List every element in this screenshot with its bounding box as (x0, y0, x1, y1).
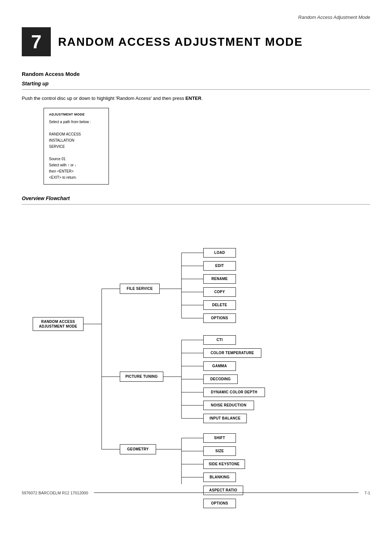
divider-2 (22, 204, 370, 204)
chapter-number: 7 (22, 27, 51, 56)
section-heading: Random Access Mode (22, 71, 370, 77)
adj-box-select: Select with ↑ or ↓ (49, 162, 103, 168)
node-color-temperature: COLOR TEMPERATURE (203, 348, 261, 358)
adj-box-line-1: RANDOM ACCESS (49, 131, 103, 137)
node-side-keystone: SIDE KEYSTONE (203, 459, 245, 469)
node-blanking: BLANKING (203, 473, 236, 482)
node-decoding: DECODING (203, 374, 238, 384)
intro-paragraph: Push the control disc up or down to high… (22, 95, 370, 102)
adj-box-line-0: Select a path from below : (49, 119, 103, 125)
subsection-starting-up: Starting up (22, 81, 370, 86)
node-file-service: FILE SERVICE (120, 284, 160, 294)
adj-box-spacer-1 (49, 125, 103, 131)
chapter-title: RANDOM ACCESS ADJUSTMENT MODE (58, 35, 303, 49)
flowchart-container: RANDOM ACCESSADJUSTMENT MODE FILE SERVIC… (22, 212, 370, 484)
node-options-fs: OPTIONS (203, 313, 236, 323)
page-footer: 5976072 BARCOELM R12 17012000 7-1 (22, 491, 370, 495)
node-picture-tuning: PICTURE TUNING (120, 372, 163, 382)
page-header: Random Access Adjustment Mode (22, 15, 370, 20)
node-cti: CTI (203, 335, 236, 345)
intro-bold: ENTER (185, 96, 201, 101)
adj-box-source: Source 01 (49, 156, 103, 162)
node-delete: DELETE (203, 300, 236, 310)
node-root: RANDOM ACCESSADJUSTMENT MODE (33, 317, 83, 331)
adj-box-line-2: INSTALLATION (49, 137, 103, 143)
adj-box-enter: then <ENTER> (49, 168, 103, 174)
adj-box-line-3: SERVICE (49, 143, 103, 150)
node-shift: SHIFT (203, 433, 236, 443)
node-copy: COPY (203, 287, 236, 297)
node-dynamic-color-depth: DYNAMIC COLOR DEPTH (203, 388, 265, 397)
chapter-heading: 7 RANDOM ACCESS ADJUSTMENT MODE (22, 27, 370, 56)
divider-1 (22, 89, 370, 90)
footer-line (94, 493, 359, 493)
node-geometry: GEOMETRY (120, 444, 156, 454)
adj-box-title: ADJUSTMENT MODE (49, 112, 103, 117)
adj-box-spacer-2 (49, 150, 103, 156)
intro-text: Push the control disc up or down to high… (22, 96, 184, 101)
node-load: LOAD (203, 248, 236, 258)
subsection-overview-flowchart: Overview Flowchart (22, 195, 370, 201)
node-gamma: GAMMA (203, 361, 236, 371)
node-size: SIZE (203, 446, 236, 456)
overview-flowchart-section: Overview Flowchart (22, 195, 370, 484)
node-rename: RENAME (203, 274, 236, 284)
footer-left: 5976072 BARCOELM R12 17012000 (22, 491, 88, 495)
header-text: Random Access Adjustment Mode (298, 15, 370, 20)
node-noise-reduction: NOISE REDUCTION (203, 401, 254, 410)
node-options-geo: OPTIONS (203, 499, 236, 508)
node-edit: EDIT (203, 261, 236, 271)
flowchart-svg (22, 212, 370, 484)
footer-page: 7-1 (364, 491, 370, 495)
node-input-balance: INPUT BALANCE (203, 414, 247, 423)
adj-box-exit: <EXIT> to return. (49, 174, 103, 181)
adjustment-mode-box: ADJUSTMENT MODE Select a path from below… (44, 108, 109, 185)
